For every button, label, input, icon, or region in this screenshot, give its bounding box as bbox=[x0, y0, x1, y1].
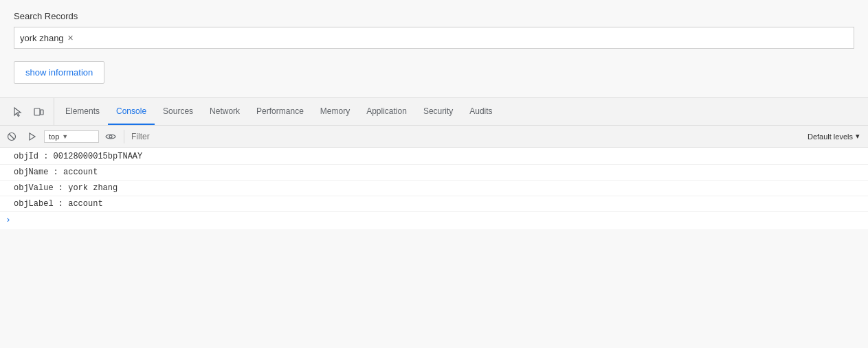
context-value: top bbox=[49, 132, 59, 141]
console-toolbar: top ▼ Default levels ▾ bbox=[0, 126, 868, 148]
tab-network[interactable]: Network bbox=[201, 98, 248, 125]
watch-expressions-icon[interactable] bbox=[102, 128, 120, 146]
devtools-tabs: Elements Console Sources Network Perform… bbox=[0, 98, 868, 126]
run-script-icon[interactable] bbox=[23, 128, 41, 146]
search-tag-close-icon[interactable]: × bbox=[68, 33, 74, 43]
devtools-panel: Elements Console Sources Network Perform… bbox=[0, 97, 868, 229]
tab-sources[interactable]: Sources bbox=[155, 98, 201, 125]
svg-point-5 bbox=[109, 135, 112, 138]
console-line-4: objLabel : account bbox=[0, 196, 868, 212]
console-line-1: objId : 00128000015bpTNAAY bbox=[0, 149, 868, 165]
context-dropdown-icon: ▼ bbox=[62, 133, 68, 140]
svg-rect-1 bbox=[41, 110, 43, 115]
devtools-tab-list: Elements Console Sources Network Perform… bbox=[57, 98, 501, 125]
console-prompt[interactable]: › bbox=[0, 212, 868, 228]
default-levels-label: Default levels bbox=[808, 132, 853, 141]
tab-memory[interactable]: Memory bbox=[312, 98, 358, 125]
svg-marker-4 bbox=[30, 133, 35, 140]
tab-console[interactable]: Console bbox=[108, 98, 155, 125]
tab-application[interactable]: Application bbox=[358, 98, 415, 125]
device-toolbar-icon[interactable] bbox=[29, 102, 48, 121]
tab-security[interactable]: Security bbox=[415, 98, 461, 125]
search-input-wrapper[interactable]: york zhang × bbox=[14, 27, 854, 49]
clear-console-icon[interactable] bbox=[3, 128, 21, 146]
filter-input[interactable] bbox=[129, 132, 799, 141]
search-label: Search Records bbox=[14, 11, 854, 21]
svg-line-3 bbox=[9, 134, 14, 139]
console-line-3: objValue : york zhang bbox=[0, 181, 868, 196]
svg-rect-0 bbox=[34, 108, 40, 115]
tab-elements[interactable]: Elements bbox=[57, 98, 108, 125]
top-section: Search Records york zhang × show informa… bbox=[0, 0, 868, 97]
console-output: objId : 00128000015bpTNAAY objName : acc… bbox=[0, 148, 868, 229]
tab-performance[interactable]: Performance bbox=[248, 98, 312, 125]
default-levels-arrow-icon: ▾ bbox=[856, 132, 860, 141]
search-tag-text: york zhang bbox=[20, 33, 64, 43]
tab-audits[interactable]: Audits bbox=[461, 98, 500, 125]
devtools-icon-group bbox=[3, 98, 54, 125]
console-line-2: objName : account bbox=[0, 165, 868, 181]
default-levels-button[interactable]: Default levels ▾ bbox=[802, 132, 865, 141]
prompt-arrow-icon: › bbox=[5, 215, 11, 225]
show-information-button[interactable]: show information bbox=[14, 61, 104, 84]
toolbar-separator bbox=[124, 130, 124, 143]
context-selector[interactable]: top ▼ bbox=[44, 130, 99, 143]
inspect-element-icon[interactable] bbox=[8, 102, 27, 121]
search-tag: york zhang × bbox=[20, 33, 74, 43]
